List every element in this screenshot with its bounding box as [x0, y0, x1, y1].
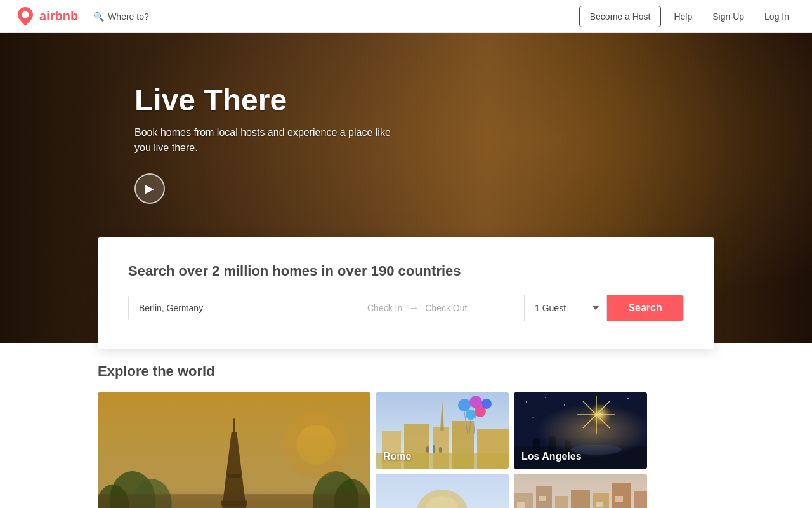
nav-right-actions: Become a Host Help Sign Up Log In — [579, 6, 797, 27]
become-host-button[interactable]: Become a Host — [579, 6, 662, 27]
date-range-picker[interactable]: Check In → Check Out — [357, 295, 525, 321]
svg-rect-69 — [571, 490, 590, 508]
destination-card-paris[interactable] — [98, 392, 370, 508]
svg-point-3 — [98, 485, 129, 508]
destination-card-bottom-2[interactable] — [514, 474, 647, 508]
airbnb-logo-icon — [15, 6, 36, 27]
svg-rect-72 — [634, 491, 647, 508]
logo-wordmark: airbnb — [39, 9, 78, 23]
hero-title: Live There — [134, 83, 401, 117]
svg-line-47 — [583, 415, 596, 428]
help-link[interactable]: Help — [666, 6, 700, 27]
svg-point-7 — [334, 479, 370, 508]
svg-point-24 — [458, 399, 471, 411]
svg-point-41 — [577, 396, 615, 434]
svg-point-37 — [545, 397, 546, 398]
navbar: airbnb 🔍 Where to? Become a Host Help Si… — [0, 0, 812, 33]
svg-rect-11 — [228, 474, 241, 478]
svg-line-43 — [596, 401, 610, 415]
svg-point-14 — [296, 425, 336, 465]
svg-line-49 — [583, 401, 596, 415]
svg-point-15 — [284, 412, 349, 478]
log-in-link[interactable]: Log In — [757, 6, 797, 27]
svg-point-26 — [466, 410, 476, 420]
svg-point-4 — [133, 479, 172, 508]
location-input[interactable] — [129, 295, 357, 321]
svg-rect-32 — [426, 446, 429, 453]
destination-label-rome: Rome — [383, 451, 411, 462]
search-form: Check In → Check Out 1 Guest 2 Guests 3 … — [128, 295, 684, 321]
svg-rect-74 — [517, 502, 525, 508]
svg-rect-34 — [439, 447, 442, 453]
play-icon: ▶ — [145, 182, 154, 196]
svg-point-6 — [313, 471, 358, 508]
check-out-label: Check Out — [425, 303, 467, 313]
nav-search[interactable]: 🔍 Where to? — [93, 11, 149, 22]
svg-rect-10 — [221, 501, 247, 506]
explore-grid: Rome — [98, 392, 714, 508]
svg-point-2 — [110, 471, 155, 508]
hero-content: Live There Book homes from local hosts a… — [134, 83, 401, 204]
svg-rect-68 — [555, 496, 568, 508]
svg-rect-0 — [98, 392, 370, 508]
svg-point-28 — [481, 399, 492, 409]
guests-select[interactable]: 1 Guest 2 Guests 3 Guests 4 Guests 5+ Gu… — [525, 295, 607, 321]
svg-line-45 — [596, 415, 610, 428]
svg-marker-9 — [221, 432, 247, 508]
search-card-title: Search over 2 million homes in over 190 … — [128, 263, 684, 279]
sign-up-link[interactable]: Sign Up — [705, 6, 752, 27]
svg-point-36 — [526, 401, 527, 403]
explore-title: Explore the world — [98, 363, 714, 380]
svg-point-40 — [627, 398, 629, 399]
hero-subtitle: Book homes from local hosts and experien… — [134, 125, 401, 156]
svg-rect-71 — [612, 483, 631, 508]
svg-point-39 — [532, 417, 534, 418]
destination-card-rome[interactable]: Rome — [376, 392, 509, 469]
search-icon: 🔍 — [93, 11, 104, 22]
svg-rect-33 — [433, 445, 435, 453]
search-button[interactable]: Search — [607, 295, 683, 321]
destination-label-la: Los Angeles — [521, 451, 582, 462]
nav-search-text: Where to? — [108, 11, 149, 22]
search-card: Search over 2 million homes in over 190 … — [98, 237, 714, 349]
destination-card-bottom-1[interactable] — [376, 474, 509, 508]
svg-rect-78 — [596, 502, 603, 507]
destination-card-la[interactable]: Los Angeles — [514, 392, 647, 469]
svg-rect-76 — [539, 496, 546, 501]
check-in-label: Check In — [367, 303, 402, 313]
svg-rect-13 — [98, 494, 370, 508]
svg-rect-79 — [615, 496, 623, 502]
play-video-button[interactable]: ▶ — [134, 173, 165, 204]
explore-section: Explore the world — [98, 343, 714, 508]
logo-link[interactable]: airbnb — [15, 6, 78, 27]
date-range-arrow-icon: → — [409, 302, 419, 314]
svg-point-38 — [564, 404, 565, 406]
